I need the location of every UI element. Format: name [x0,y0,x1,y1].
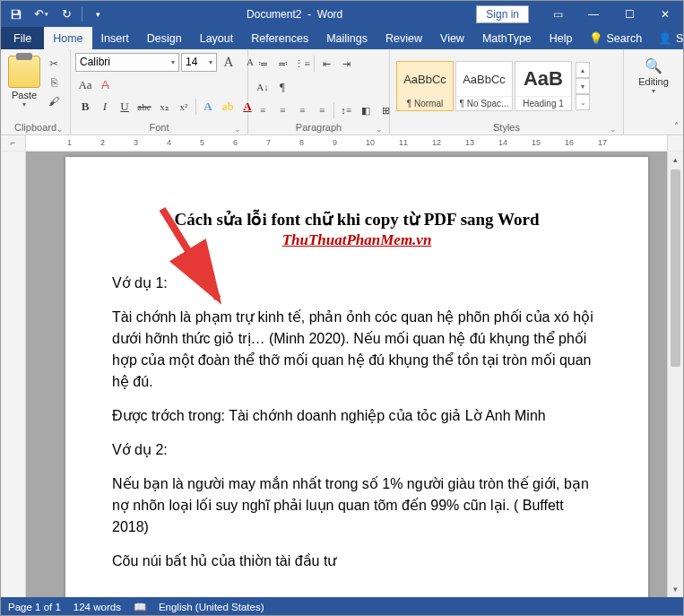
vertical-ruler[interactable] [1,152,26,597]
multilevel-icon[interactable]: ⋮≡ [292,54,312,74]
horizontal-ruler[interactable]: 1234567891011121314151617 [26,135,667,151]
save-icon[interactable] [4,4,28,25]
tab-references[interactable]: References [242,27,317,49]
doc-subheading: ThuThuatPhanMem.vn [112,231,602,249]
find-icon: 🔍 [628,57,679,74]
vertical-scrollbar[interactable]: ▴ ▾ [667,152,683,597]
minimize-icon[interactable]: — [576,1,611,27]
tab-layout[interactable]: Layout [191,27,243,49]
shading-icon[interactable]: ◧ [356,100,376,120]
line-spacing-icon[interactable]: ↕≡ [336,100,356,120]
change-case-icon[interactable]: Aa [75,75,95,95]
tab-design[interactable]: Design [138,27,191,49]
superscript-button[interactable]: x² [174,97,194,117]
tab-insert[interactable]: Insert [92,27,138,49]
tab-home[interactable]: Home [44,27,91,49]
sort-icon[interactable]: A↓ [253,77,273,97]
svg-rect-0 [13,10,18,13]
underline-button[interactable]: U [115,97,134,117]
redo-icon[interactable]: ↻ [55,4,78,25]
text-effects-icon[interactable]: A [198,97,218,117]
collapse-ribbon-icon[interactable]: ˄ [674,121,680,133]
status-words[interactable]: 124 words [74,602,121,612]
qat-customize-icon[interactable]: ▾ [86,4,109,25]
decrease-indent-icon[interactable]: ⇤ [316,54,336,74]
style-no-spacing[interactable]: AaBbCc ¶ No Spac... [455,61,513,111]
scroll-thumb[interactable] [671,169,680,367]
doc-body[interactable]: Vớ dụ 1: Tài chớnh là phạm trự kinh tế, … [112,273,602,572]
undo-icon[interactable]: ↶▾ [30,4,53,25]
numbering-icon[interactable]: ≕ [273,54,292,74]
italic-button[interactable]: I [95,97,115,117]
align-center-icon[interactable]: ≡ [273,100,292,120]
styles-more-icon[interactable]: ⌄ [576,94,590,110]
show-marks-icon[interactable]: ¶ [273,77,292,97]
justify-icon[interactable]: ≡ [312,100,332,120]
tab-mailings[interactable]: Mailings [317,27,377,49]
copy-icon[interactable]: ⎘ [46,74,62,91]
ribbon-display-icon[interactable]: ▭ [540,1,576,27]
align-right-icon[interactable]: ≡ [292,100,312,120]
tab-file[interactable]: File [1,27,44,49]
style-heading1[interactable]: AaB Heading 1 [515,61,572,111]
clipboard-icon [8,56,40,88]
align-left-icon[interactable]: ≡ [253,100,273,120]
format-painter-icon[interactable]: 🖌 [46,93,62,109]
lightbulb-icon: 💡 [589,31,603,45]
style-normal[interactable]: AaBbCc ¶ Normal [396,61,454,111]
bullets-icon[interactable]: ≔ [253,54,273,74]
styles-gallery-nav[interactable]: ▴ ▾ ⌄ [576,62,590,110]
status-page[interactable]: Page 1 of 1 [8,602,61,612]
doc-heading: Cách sửa lỗi font chữ khi copy từ PDF sa… [112,209,602,230]
maximize-icon[interactable]: ☐ [611,1,647,27]
tab-review[interactable]: Review [377,27,431,49]
close-icon[interactable]: ✕ [647,1,683,27]
group-styles-label: Styles [394,120,619,134]
share-button[interactable]: 👤Share [649,27,684,49]
styles-down-icon[interactable]: ▾ [576,78,590,94]
paste-button[interactable]: Paste ▾ [5,52,43,108]
window-title: Document2 - Word [113,8,476,21]
tab-view[interactable]: View [431,27,473,49]
editing-button[interactable]: 🔍 Editing ▾ [628,52,679,95]
share-icon: 👤 [658,31,672,45]
grow-font-icon[interactable]: A [219,52,238,72]
sign-in-button[interactable]: Sign in [476,5,529,23]
group-clipboard-label: Clipboard [5,120,65,134]
font-name-combo[interactable]: Calibri▾ [75,53,179,72]
group-paragraph-label: Paragraph [253,120,385,134]
svg-rect-1 [13,14,20,18]
increase-indent-icon[interactable]: ⇥ [336,54,356,74]
cut-icon[interactable]: ✂ [46,56,62,72]
subscript-button[interactable]: x₂ [154,97,174,117]
tab-help[interactable]: Help [541,27,582,49]
styles-up-icon[interactable]: ▴ [576,62,590,78]
scroll-up-icon[interactable]: ▴ [668,152,683,168]
highlight-icon[interactable]: ab [218,97,238,117]
ruler-corner: ⌐ [1,135,26,151]
group-font-label: Font [75,120,243,134]
strike-button[interactable]: abc [134,97,154,117]
bold-button[interactable]: B [75,97,95,117]
clear-format-icon[interactable]: A̶ [95,75,115,95]
document-page[interactable]: Cách sửa lỗi font chữ khi copy từ PDF sa… [65,157,648,597]
status-language[interactable]: English (United States) [159,602,264,612]
tell-me-search[interactable]: 💡Search [582,27,650,49]
tab-mathtype[interactable]: MathType [473,27,541,49]
scroll-down-icon[interactable]: ▾ [668,581,683,597]
font-size-combo[interactable]: 14▾ [181,53,217,72]
status-spellcheck-icon[interactable]: 📖 [134,601,146,613]
